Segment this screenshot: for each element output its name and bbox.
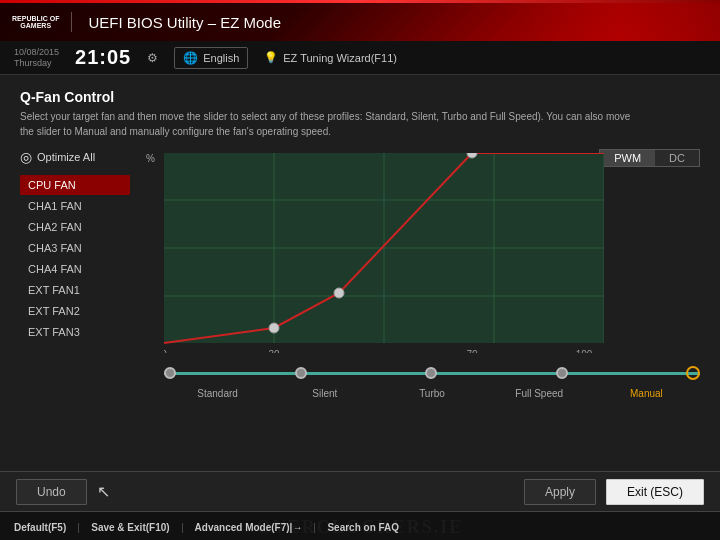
label-standard: Standard <box>164 388 271 399</box>
slider-labels: Standard Silent Turbo Full Speed Manual <box>164 388 700 399</box>
slider-dot-fullspeed[interactable] <box>556 367 568 379</box>
fan-item-ext2[interactable]: EXT FAN2 <box>20 301 130 321</box>
action-left: Undo ↖ <box>16 479 110 505</box>
section-description: Select your target fan and then move the… <box>20 109 640 139</box>
fan-item-cha4[interactable]: CHA4 FAN <box>20 259 130 279</box>
slider-dot-turbo[interactable] <box>425 367 437 379</box>
chart-container: PWM DC % <box>146 149 700 399</box>
main-content: Q-Fan Control Select your target fan and… <box>0 75 720 471</box>
footer-advanced-mode[interactable]: Advanced Mode(F7)|→ <box>183 523 316 533</box>
fan-item-cpu[interactable]: CPU FAN <box>20 175 130 195</box>
svg-text:70: 70 <box>466 349 478 353</box>
globe-icon: 🌐 <box>183 51 198 65</box>
time-display: 21:05 <box>75 46 131 69</box>
day-value: Thursday <box>14 58 59 69</box>
undo-button[interactable]: Undo <box>16 479 87 505</box>
svg-point-17 <box>334 288 344 298</box>
slider-dot-standard[interactable] <box>164 367 176 379</box>
slider-dots <box>164 366 700 380</box>
footer-bar: OVERCLOCKERS.IE Default(F5) Save & Exit(… <box>0 511 720 540</box>
qfan-layout: ◎ Optimize All CPU FAN CHA1 FAN CHA2 FAN… <box>20 149 700 399</box>
fan-chart: 100 50 0 0 30 70 100 °C <box>164 153 604 353</box>
slider-dot-manual[interactable] <box>686 366 700 380</box>
fan-item-cha2[interactable]: CHA2 FAN <box>20 217 130 237</box>
fan-list: ◎ Optimize All CPU FAN CHA1 FAN CHA2 FAN… <box>20 149 130 399</box>
header-bar: REPUBLIC OF GAMERS UEFI BIOS Utility – E… <box>0 3 720 41</box>
info-bar: 10/08/2015 Thursday 21:05 ⚙ 🌐 English 💡 … <box>0 41 720 75</box>
language-button[interactable]: 🌐 English <box>174 47 248 69</box>
apply-button[interactable]: Apply <box>524 479 596 505</box>
action-bar: Undo ↖ Apply Exit (ESC) <box>0 471 720 511</box>
label-turbo: Turbo <box>378 388 485 399</box>
svg-text:30: 30 <box>268 349 280 353</box>
fan-item-ext1[interactable]: EXT FAN1 <box>20 280 130 300</box>
action-right: Apply Exit (ESC) <box>524 479 704 505</box>
wizard-label: EZ Tuning Wizard(F11) <box>283 52 397 64</box>
label-manual: Manual <box>593 388 700 399</box>
optimize-all-label: Optimize All <box>37 151 95 163</box>
header-decor <box>520 3 720 41</box>
y-axis-label: % <box>146 153 155 164</box>
bios-title: UEFI BIOS Utility – EZ Mode <box>88 14 281 31</box>
slider-track <box>164 372 700 375</box>
label-silent: Silent <box>271 388 378 399</box>
svg-text:0: 0 <box>164 349 167 353</box>
section-title: Q-Fan Control <box>20 89 700 105</box>
svg-text:100: 100 <box>576 349 593 353</box>
date-display: 10/08/2015 Thursday <box>14 47 59 69</box>
fan-item-ext3[interactable]: EXT FAN3 <box>20 322 130 342</box>
footer-default[interactable]: Default(F5) <box>14 523 79 533</box>
wizard-icon: 💡 <box>264 51 278 64</box>
language-label: English <box>203 52 239 64</box>
fan-item-cha3[interactable]: CHA3 FAN <box>20 238 130 258</box>
settings-icon[interactable]: ⚙ <box>147 51 158 65</box>
footer-items: Default(F5) Save & Exit(F10) Advanced Mo… <box>14 523 411 533</box>
label-fullspeed: Full Speed <box>486 388 593 399</box>
speed-slider[interactable]: Standard Silent Turbo Full Speed Manual <box>164 363 700 399</box>
footer-save-exit[interactable]: Save & Exit(F10) <box>79 523 182 533</box>
date-value: 10/08/2015 <box>14 47 59 58</box>
optimize-icon: ◎ <box>20 149 32 165</box>
rog-logo-line2: GAMERS <box>20 22 51 29</box>
wizard-button[interactable]: 💡 EZ Tuning Wizard(F11) <box>264 51 397 64</box>
slider-dot-silent[interactable] <box>295 367 307 379</box>
svg-point-16 <box>269 323 279 333</box>
exit-button[interactable]: Exit (ESC) <box>606 479 704 505</box>
cursor-icon: ↖ <box>97 482 110 501</box>
slider-track-wrapper <box>164 363 700 383</box>
header-divider <box>71 12 72 32</box>
optimize-all-button[interactable]: ◎ Optimize All <box>20 149 130 165</box>
rog-logo-line1: REPUBLIC OF <box>12 15 59 22</box>
fan-item-cha1[interactable]: CHA1 FAN <box>20 196 130 216</box>
chart-wrapper: % 100 50 <box>146 153 700 353</box>
footer-search-faq[interactable]: Search on FAQ <box>315 523 411 533</box>
rog-logo: REPUBLIC OF GAMERS <box>12 15 59 29</box>
